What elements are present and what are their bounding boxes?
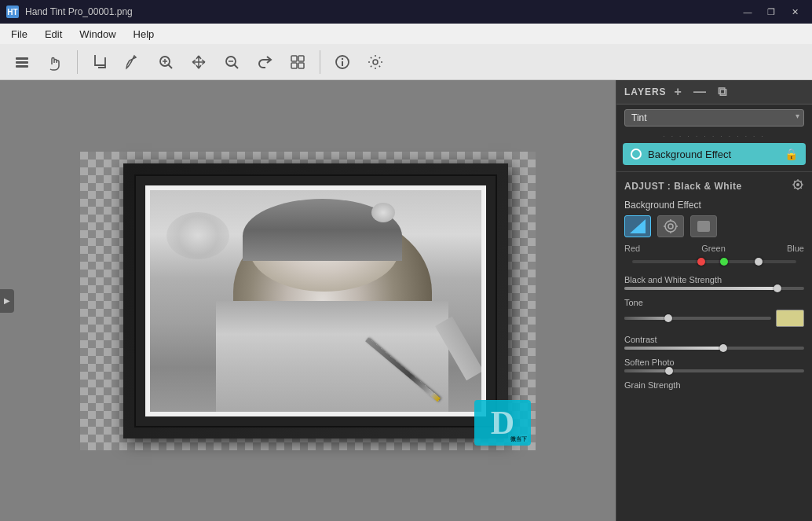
photo-frame <box>123 163 508 438</box>
effect-icons-row <box>616 212 812 242</box>
title-bar: HT Hand Tint Pro_00001.png — ❐ ✕ <box>0 0 812 24</box>
svg-point-19 <box>796 183 799 186</box>
crop-tool-button[interactable] <box>86 48 114 76</box>
move-tool-button[interactable] <box>185 48 213 76</box>
watermark: D 微当下 <box>474 400 531 446</box>
svg-rect-10 <box>291 56 297 61</box>
tone-color-swatch[interactable] <box>776 310 804 327</box>
window-title: Hand Tint Pro_00001.png <box>25 6 730 17</box>
svg-rect-0 <box>16 57 28 60</box>
green-slider-thumb[interactable] <box>720 258 728 266</box>
contrast-slider[interactable] <box>624 347 804 350</box>
tone-section: Tone <box>616 295 812 328</box>
menu-file[interactable]: File <box>3 26 35 42</box>
menu-help[interactable]: Help <box>126 26 163 42</box>
menu-window[interactable]: Window <box>71 26 123 42</box>
chevron-right-icon: ▶ <box>4 296 10 305</box>
svg-marker-20 <box>630 219 646 233</box>
zoom-out-button[interactable] <box>218 48 246 76</box>
menu-bar: File Edit Window Help <box>0 24 812 44</box>
soften-slider[interactable] <box>624 369 804 372</box>
toolbar <box>0 44 812 80</box>
hand-tool-button[interactable] <box>41 48 69 76</box>
panel-collapse-button[interactable]: ▶ <box>0 289 14 313</box>
svg-rect-1 <box>16 61 28 64</box>
soften-label: Soften Photo <box>624 358 804 367</box>
main-area: ▶ <box>0 80 812 521</box>
rgb-track[interactable] <box>632 260 796 263</box>
svg-rect-13 <box>298 63 304 68</box>
effect-icon-1-button[interactable] <box>624 215 651 237</box>
effect-icon-3-button[interactable] <box>690 215 717 237</box>
svg-rect-2 <box>16 65 28 68</box>
settings-button[interactable] <box>361 48 390 76</box>
separator-2 <box>320 50 320 74</box>
blue-label: Blue <box>787 244 804 253</box>
add-layer-button[interactable]: + <box>671 85 686 99</box>
tint-select[interactable]: Tint Normal Multiply Screen Overlay <box>624 109 804 127</box>
adjust-settings-icon[interactable] <box>792 178 804 193</box>
window-controls: — ❐ ✕ <box>737 4 806 20</box>
svg-point-21 <box>665 221 676 232</box>
grain-section: Grain Strength <box>616 377 812 394</box>
bw-strength-slider[interactable] <box>624 287 804 290</box>
grain-label: Grain Strength <box>624 380 804 390</box>
svg-point-16 <box>342 57 343 59</box>
tint-select-wrap: Tint Normal Multiply Screen Overlay <box>624 109 804 127</box>
layer-visibility-dot <box>631 149 642 160</box>
separator-1 <box>77 50 78 74</box>
layers-title: LAYERS <box>624 86 667 97</box>
contrast-slider-row <box>624 347 804 350</box>
canvas-content: D 微当下 <box>80 152 536 450</box>
svg-line-4 <box>169 64 173 68</box>
zoom-in-button[interactable] <box>152 48 180 76</box>
photo-image <box>150 190 481 412</box>
info-button[interactable] <box>328 48 357 76</box>
layer-name: Background Effect <box>648 149 778 160</box>
close-button[interactable]: ✕ <box>784 4 806 20</box>
layer-item-background-effect[interactable]: Background Effect 🔒 <box>623 143 806 165</box>
red-label: Red <box>624 244 640 253</box>
svg-point-22 <box>668 224 673 229</box>
canvas-area[interactable]: ▶ <box>0 80 616 521</box>
right-panel-scroll[interactable]: Background Effect Red Green Blue <box>616 196 812 521</box>
blue-slider-thumb[interactable] <box>755 258 763 266</box>
lock-icon: 🔒 <box>785 148 798 160</box>
duplicate-layer-button[interactable]: ⧉ <box>715 85 730 99</box>
tone-slider[interactable] <box>624 317 771 320</box>
frame-border <box>134 174 497 427</box>
bw-strength-label: Black and White Strength <box>624 275 804 284</box>
menu-edit[interactable]: Edit <box>37 26 70 42</box>
background-effect-label: Background Effect <box>616 196 812 212</box>
brush-tool-button[interactable] <box>119 48 147 76</box>
maximize-button[interactable]: ❐ <box>760 4 782 20</box>
svg-rect-12 <box>291 63 297 68</box>
svg-rect-27 <box>697 221 710 232</box>
tone-label: Tone <box>624 298 804 307</box>
layer-dots: · · · · · · · · · · · · · <box>616 133 812 140</box>
layers-tool-button[interactable] <box>8 48 36 76</box>
svg-point-17 <box>373 60 378 64</box>
remove-layer-button[interactable]: — <box>690 85 710 99</box>
view-toggle-button[interactable] <box>283 48 312 76</box>
contrast-label: Contrast <box>624 335 804 344</box>
soften-section: Soften Photo <box>616 354 812 374</box>
bw-strength-section: Black and White Strength <box>616 272 812 292</box>
adjust-header: ADJUST : Black & White <box>616 171 812 196</box>
tint-row: Tint Normal Multiply Screen Overlay <box>616 105 812 131</box>
soften-slider-row <box>624 369 804 372</box>
layers-list: · · · · · · · · · · · · · Background Eff… <box>616 131 812 171</box>
svg-rect-11 <box>298 56 304 61</box>
layers-header: LAYERS + — ⧉ <box>616 80 812 105</box>
red-slider-thumb[interactable] <box>697 258 705 266</box>
channel-slider-row <box>624 256 804 267</box>
minimize-button[interactable]: — <box>737 4 759 20</box>
app-icon: HT <box>6 6 19 18</box>
contrast-section: Contrast <box>616 332 812 351</box>
effect-icon-2-button[interactable] <box>657 215 684 237</box>
channel-labels: Red Green Blue <box>616 242 812 255</box>
tone-slider-row <box>624 310 804 327</box>
svg-line-8 <box>235 64 239 68</box>
green-label: Green <box>701 244 726 253</box>
redo-button[interactable] <box>251 48 279 76</box>
